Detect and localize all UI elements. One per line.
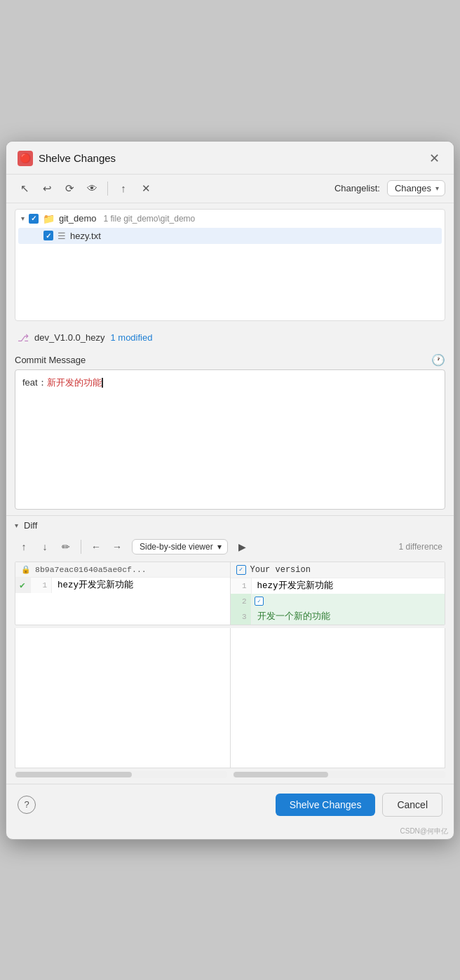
file-lines-icon: ☰ [58,231,66,241]
diff-left-line-1: ✔ 1 hezy开发完新功能 [15,578,230,593]
modified-badge: 1 modified [110,332,152,343]
viewer-label: Side-by-side viewer [140,542,213,552]
diff-toolbar: ↑ ↓ ✏ ← → Side-by-side viewer ▾ ▶ 1 diff… [6,535,454,559]
refresh-button[interactable]: ⟳ [60,179,79,198]
diff-section: ▾ Diff ↑ ↓ ✏ ← → Side-by-side viewer ▾ ▶… [6,515,454,778]
viewer-chevron-icon: ▾ [217,542,222,552]
bottom-bar: ? Shelve Changes Cancel [6,784,454,825]
branch-name: dev_V1.0.0_hezy [34,332,104,343]
green-check-icon: ✔ [20,580,25,591]
commit-textarea-area[interactable]: feat：新开发的功能 [15,369,445,510]
scrollbar-area [15,771,445,778]
diff-right-line-num-1: 1 [231,578,252,594]
dialog-title: Shelve Changes [39,152,420,164]
eye-button[interactable]: 👁 [82,179,102,198]
diff-expand-button[interactable]: ▶ [234,538,252,556]
diff-right-line-3: 3 开发一个新的功能 [231,609,445,625]
diff-empty-left [15,628,231,768]
diff-right-line-content-1: hezy开发完新功能 [252,578,445,594]
version-checkbox[interactable] [236,565,246,575]
diff-right-line-content-2 [267,594,445,609]
diff-right-line-2: 2 [231,594,445,609]
diff-empty-right [231,628,445,768]
diff-right-panel: Your version 1 hezy开发完新功能 2 3 [231,562,445,625]
branch-icon: ⎇ [18,332,29,343]
module-name: git_demo [59,213,96,224]
folder-icon: 📁 [43,213,55,224]
file-name: hezy.txt [70,231,101,241]
separator-1 [107,182,108,196]
app-icon: 🔴 [18,151,33,166]
commit-text: feat：新开发的功能 [22,376,438,390]
your-version-label: Your version [250,565,311,575]
diff-line-checkbox[interactable] [255,597,264,606]
toolbar: ↖ ↩ ⟳ 👁 ↑ ✕ Changelist: Changes ▾ [6,175,454,203]
move-after-button[interactable]: ↩ [37,179,57,198]
file-tree: ▾ 📁 git_demo 1 file git_demo\git_demo ☰ … [15,209,445,321]
help-icon: ? [24,799,29,810]
commit-keyword: feat： [22,377,47,388]
diff-content: 🔒 8b9a7eac01640a5ae0cf... ✔ 1 hezy开发完新功能… [15,562,445,625]
diff-header-row: ▾ Diff [6,516,454,535]
commit-msg-header: Commit Message 🕐 [6,349,454,369]
commit-content: 新开发的功能 [47,377,102,388]
diff-title: Diff [24,520,37,531]
diff-down-button[interactable]: ↓ [36,538,54,556]
module-row[interactable]: ▾ 📁 git_demo 1 file git_demo\git_demo [15,210,445,228]
shelve-changes-button[interactable]: Shelve Changes [276,794,376,816]
module-chevron-icon[interactable]: ▾ [21,215,25,222]
history-icon[interactable]: 🕐 [431,353,445,367]
file-row[interactable]: ☰ hezy.txt [18,228,442,244]
diff-check-col[interactable] [252,594,267,609]
diff-empty-area [15,628,445,768]
diff-count: 1 difference [399,542,443,552]
module-meta: 1 file git_demo\git_demo [103,214,195,224]
left-scrollbar-thumb [15,772,132,777]
diff-right-line-content-3: 开发一个新的功能 [252,609,445,625]
diff-right-line-num-3: 3 [231,609,252,625]
right-scrollbar[interactable] [233,771,445,778]
title-bar: 🔴 Shelve Changes ✕ [6,142,454,175]
changelist-value: Changes [395,183,431,193]
changelist-select[interactable]: Changes ▾ [387,180,445,196]
diff-up-button[interactable]: ↑ [15,538,33,556]
move-before-button[interactable]: ↖ [15,179,34,198]
viewer-select[interactable]: Side-by-side viewer ▾ [132,539,228,554]
diff-right-line-num-2: 2 [231,594,252,609]
cancel-button[interactable]: Cancel [382,793,442,817]
lock-icon: 🔒 [21,565,31,574]
right-scrollbar-thumb [234,772,328,777]
diff-prev-button[interactable]: ← [87,538,105,556]
diff-right-line-1: 1 hezy开发完新功能 [231,578,445,594]
diff-chevron-icon[interactable]: ▾ [15,522,18,529]
diff-next-button[interactable]: → [108,538,126,556]
diff-line-num-1: 1 [31,578,52,593]
diff-separator [81,540,81,554]
module-checkbox[interactable] [29,214,39,224]
diff-right-header: Your version [231,562,445,578]
remove-button[interactable]: ✕ [136,179,156,198]
commit-msg-label: Commit Message [15,355,86,365]
left-scrollbar[interactable] [15,771,227,778]
diff-edit-button[interactable]: ✏ [57,538,75,556]
help-button[interactable]: ? [18,796,36,814]
watermark: CSDN@何申亿 [6,825,454,839]
file-checkbox[interactable] [43,231,53,240]
diff-file-hash: 8b9a7eac01640a5ae0cf... [35,565,147,574]
diff-left-line-content-1: hezy开发完新功能 [52,578,230,593]
changelist-chevron-icon: ▾ [435,184,439,192]
close-button[interactable]: ✕ [426,150,442,167]
text-cursor [102,378,103,388]
up-button[interactable]: ↑ [114,179,133,198]
shelve-changes-dialog: 🔴 Shelve Changes ✕ ↖ ↩ ⟳ 👁 ↑ ✕ Changelis… [6,141,454,840]
changelist-label: Changelist: [334,183,380,193]
diff-left-panel: 🔒 8b9a7eac01640a5ae0cf... ✔ 1 hezy开发完新功能 [15,562,231,625]
branch-status: ⎇ dev_V1.0.0_hezy 1 modified [6,327,454,349]
diff-left-header: 🔒 8b9a7eac01640a5ae0cf... [15,562,230,578]
